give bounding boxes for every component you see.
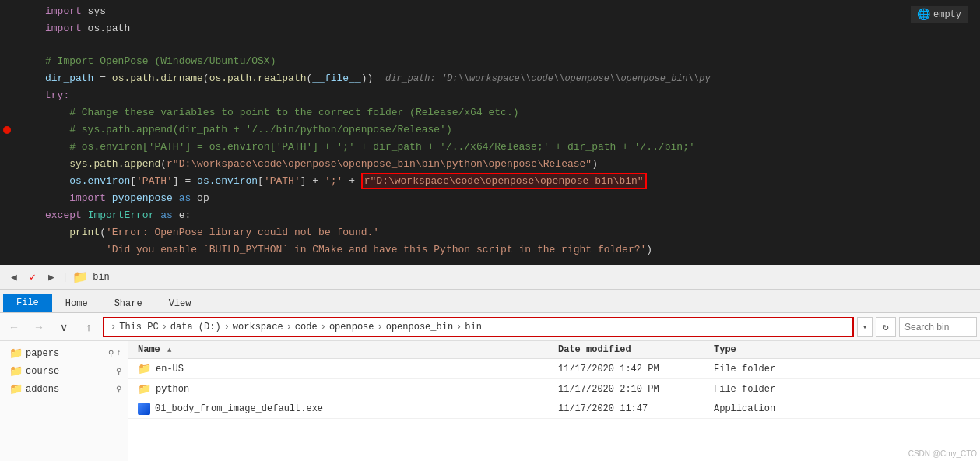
exe-icon	[138, 403, 150, 415]
forward-icon[interactable]: ▶	[44, 269, 59, 285]
col-header-type[interactable]: Type	[704, 341, 980, 358]
sidebar-label: course	[26, 366, 59, 377]
file-list-header: Name ▲ Date modified Type	[128, 341, 980, 359]
file-list: Name ▲ Date modified Type 📁 en-US 11/17/…	[128, 341, 980, 461]
line-content: dir_path = os.path.dirname(os.path.realp…	[39, 71, 980, 86]
back-icon[interactable]: ◀	[6, 269, 22, 285]
explorer-title: bin	[93, 272, 110, 283]
path-bin[interactable]: bin	[465, 322, 482, 333]
search-input[interactable]	[899, 317, 977, 337]
line-content: import sys	[39, 4, 980, 19]
path-openpose[interactable]: openpose	[329, 322, 374, 333]
file-type-cell: File folder	[704, 381, 980, 398]
code-line-highlighted: os.environ['PATH'] = os.environ['PATH'] …	[0, 173, 980, 190]
line-content: # Import OpenPose (Windows/Ubuntu/OSX)	[39, 54, 980, 69]
title-icons: ◀ ✓ ▶ |	[6, 269, 68, 285]
folder-icon: 📁	[9, 382, 23, 396]
file-row-en-us[interactable]: 📁 en-US 11/17/2020 1:42 PM File folder	[128, 359, 980, 379]
sidebar-item-papers[interactable]: 📁 papers ⚲ ↑	[0, 344, 128, 362]
dropdown-button[interactable]: ∨	[53, 316, 75, 338]
col-header-name[interactable]: Name ▲	[128, 341, 549, 358]
forward-button[interactable]: →	[28, 316, 50, 338]
ribbon-tabs: File Home Share View	[0, 290, 980, 313]
line-content: except ImportError as e:	[39, 208, 980, 223]
address-bar: ← → ∨ ↑ › This PC › data (D:) › workspac…	[0, 313, 980, 341]
up-button[interactable]: ↑	[78, 316, 100, 338]
code-line: # os.environ['PATH'] = os.environ['PATH'…	[0, 139, 980, 156]
address-right: ▾ ↻	[857, 317, 896, 337]
folder-icon: 📁	[9, 364, 23, 378]
sidebar-item-course[interactable]: 📁 course ⚲	[0, 362, 128, 380]
file-explorer: ◀ ✓ ▶ | 📁 bin File Home Share View ← → ∨…	[0, 265, 980, 461]
sort-arrow: ▲	[167, 347, 171, 354]
pin-icon: ⚲	[108, 349, 114, 358]
code-line: print('Error: OpenPose library could not…	[0, 224, 980, 241]
code-editor: 🌐 empty import sys import os.path # Impo…	[0, 0, 980, 265]
path-code[interactable]: code	[295, 322, 318, 333]
back-button[interactable]: ←	[3, 316, 25, 338]
folder-icon: 📁	[138, 382, 151, 396]
line-content: # sys.path.append(dir_path + '/../bin/py…	[39, 122, 980, 138]
tab-share[interactable]: Share	[101, 294, 156, 312]
file-type-cell: File folder	[704, 361, 980, 378]
line-content: sys.path.append(r"D:\workspace\code\open…	[39, 157, 980, 172]
breakpoint-dot	[3, 126, 11, 134]
code-line: # Import OpenPose (Windows/Ubuntu/OSX)	[0, 53, 980, 70]
code-line: try:	[0, 87, 980, 104]
path-openpose-bin[interactable]: openpose_bin	[386, 322, 453, 333]
code-line: except ImportError as e:	[0, 207, 980, 224]
line-content: # Change these variables to point to the…	[39, 105, 980, 121]
file-name-cell: 📁 python	[128, 379, 549, 399]
tab-file[interactable]: File	[3, 294, 52, 312]
path-workspace[interactable]: workspace	[233, 322, 283, 333]
tab-view[interactable]: View	[156, 294, 205, 312]
code-line: dir_path = os.path.dirname(os.path.realp…	[0, 70, 980, 87]
explorer-main: 📁 papers ⚲ ↑ 📁 course ⚲ 📁 addons ⚲ Name	[0, 341, 980, 461]
folder-icon: 📁	[138, 362, 151, 375]
col-header-date[interactable]: Date modified	[549, 341, 704, 358]
sidebar-item-addons[interactable]: 📁 addons ⚲	[0, 380, 128, 398]
line-content: print('Error: OpenPose library could not…	[39, 225, 980, 241]
path-drive[interactable]: data (D:)	[170, 322, 221, 333]
line-content: import pyopenpose as op	[39, 191, 980, 206]
tab-home[interactable]: Home	[52, 294, 101, 312]
address-dropdown[interactable]: ▾	[857, 317, 873, 337]
path-thispc[interactable]: This PC	[119, 322, 158, 333]
code-line-breakpoint: # sys.path.append(dir_path + '/../bin/py…	[0, 121, 980, 139]
code-line: import os.path	[0, 20, 980, 37]
folder-icon: 📁	[9, 347, 23, 360]
file-row-python[interactable]: 📁 python 11/17/2020 2:10 PM File folder	[128, 379, 980, 399]
address-path-box[interactable]: › This PC › data (D:) › workspace › code…	[103, 317, 854, 337]
code-line	[0, 37, 980, 53]
sidebar-label: addons	[26, 384, 59, 395]
code-line: import sys	[0, 3, 980, 20]
line-content: try:	[39, 88, 980, 104]
code-line: sys.path.append(r"D:\workspace\code\open…	[0, 156, 980, 173]
pin-icon: ⚲	[116, 367, 121, 376]
sidebar-label: papers	[26, 348, 59, 359]
explorer-titlebar: ◀ ✓ ▶ | 📁 bin	[0, 265, 980, 290]
file-type-cell: Application	[704, 400, 980, 417]
refresh-button[interactable]: ↻	[876, 317, 896, 337]
code-line: 'Did you enable `BUILD_PYTHON` in CMake …	[0, 241, 980, 259]
watermark: CSDN @Cmy_CTO	[908, 449, 977, 458]
code-line: # Change these variables to point to the…	[0, 104, 980, 121]
line-content: # os.environ['PATH'] = os.environ['PATH'…	[39, 139, 980, 155]
file-date-cell: 11/17/2020 1:42 PM	[549, 361, 704, 378]
file-name-cell: 📁 en-US	[128, 359, 549, 378]
file-name-cell: 01_body_from_image_default.exe	[128, 399, 549, 418]
sort-asc-icon: ↑	[117, 349, 121, 357]
file-date-cell: 11/17/2020 2:10 PM	[549, 381, 704, 398]
file-row-exe[interactable]: 01_body_from_image_default.exe 11/17/202…	[128, 399, 980, 419]
line-content: os.environ['PATH'] = os.environ['PATH'] …	[39, 174, 980, 189]
line-content: import os.path	[39, 21, 980, 37]
line-content: 'Did you enable `BUILD_PYTHON` in CMake …	[39, 242, 980, 258]
code-line: import pyopenpose as op	[0, 190, 980, 207]
pin-icon: ⚲	[116, 385, 121, 394]
highlight-string: r"D:\workspace\code\openpose\openpose_bi…	[361, 173, 647, 189]
check-icon[interactable]: ✓	[25, 269, 40, 285]
explorer-sidebar: 📁 papers ⚲ ↑ 📁 course ⚲ 📁 addons ⚲	[0, 341, 128, 461]
path-sep: ›	[111, 322, 116, 333]
title-folder-icon: 📁	[72, 269, 88, 285]
file-date-cell: 11/17/2020 11:47	[549, 400, 704, 417]
